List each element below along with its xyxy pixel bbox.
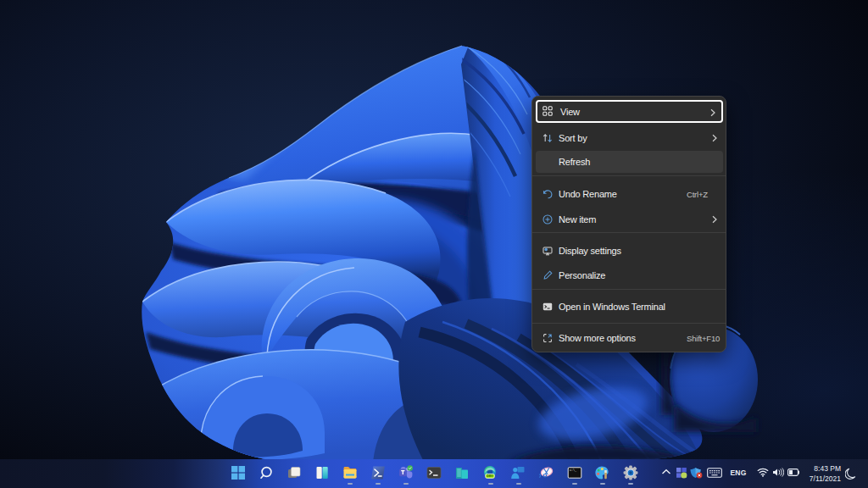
- svg-text:DEV: DEV: [487, 474, 493, 478]
- svg-text:C:\_: C:\_: [570, 469, 577, 472]
